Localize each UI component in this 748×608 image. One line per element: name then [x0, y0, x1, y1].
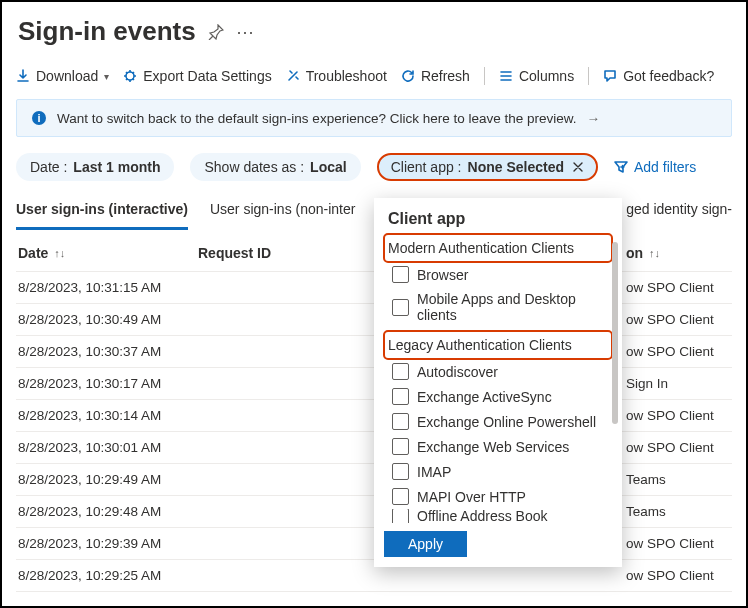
- add-filters-label: Add filters: [634, 159, 696, 175]
- tab-interactive[interactable]: User sign-ins (interactive): [16, 195, 188, 230]
- checkbox-icon[interactable]: [392, 266, 409, 283]
- export-button[interactable]: Export Data Settings: [123, 68, 271, 84]
- filter-option-label: Browser: [417, 267, 468, 283]
- more-icon[interactable]: ⋯: [236, 23, 254, 41]
- cell-date: 8/28/2023, 10:30:17 AM: [18, 376, 198, 391]
- sort-icon: ↑↓: [54, 247, 65, 259]
- troubleshoot-label: Troubleshoot: [306, 68, 387, 84]
- checkbox-icon[interactable]: [392, 363, 409, 380]
- chevron-down-icon: ▾: [104, 71, 109, 82]
- cell-action: Sign In: [620, 376, 730, 391]
- filter-option-label: Exchange Online Powershell: [417, 414, 596, 430]
- cell-date: 8/28/2023, 10:30:14 AM: [18, 408, 198, 423]
- filter-option[interactable]: Exchange Online Powershell: [392, 409, 610, 434]
- cell-action: ow SPO Client: [620, 440, 730, 455]
- cell-date: 8/28/2023, 10:31:15 AM: [18, 280, 198, 295]
- filter-option-label: MAPI Over HTTP: [417, 489, 526, 505]
- filter-option-label: Offline Address Book: [417, 509, 547, 523]
- filter-date-value: Last 1 month: [73, 159, 160, 175]
- filter-option[interactable]: IMAP: [392, 459, 610, 484]
- troubleshoot-button[interactable]: Troubleshoot: [286, 68, 387, 84]
- cell-date: 8/28/2023, 10:30:01 AM: [18, 440, 198, 455]
- filter-showdates[interactable]: Show dates as : Local: [190, 153, 360, 181]
- download-button[interactable]: Download ▾: [16, 68, 109, 84]
- filter-option-label: Exchange Web Services: [417, 439, 569, 455]
- filter-option-label: IMAP: [417, 464, 451, 480]
- checkbox-icon[interactable]: [392, 299, 409, 316]
- add-filters-button[interactable]: Add filters: [614, 159, 696, 175]
- apply-button[interactable]: Apply: [384, 531, 467, 557]
- cell-date: 8/28/2023, 10:30:49 AM: [18, 312, 198, 327]
- filter-option-label: Mobile Apps and Desktop clients: [417, 291, 610, 323]
- checkbox-icon[interactable]: [392, 413, 409, 430]
- info-icon: i: [31, 110, 47, 126]
- group-modern-header: Modern Authentication Clients: [386, 236, 610, 260]
- columns-button[interactable]: Columns: [499, 68, 574, 84]
- cell-action: ow SPO Client: [620, 344, 730, 359]
- feedback-label: Got feedback?: [623, 68, 714, 84]
- filter-option-label: Autodiscover: [417, 364, 498, 380]
- divider: [588, 67, 589, 85]
- cell-request: [198, 568, 620, 583]
- cell-action: Teams: [620, 472, 730, 487]
- tab-noninteractive[interactable]: User sign-ins (non-inter: [210, 195, 356, 230]
- col-action-label: on: [626, 245, 643, 261]
- filter-date-label: Date :: [30, 159, 67, 175]
- checkbox-icon[interactable]: [392, 509, 409, 523]
- command-bar: Download ▾ Export Data Settings Troubles…: [16, 65, 732, 99]
- cell-action: ow SPO Client: [620, 408, 730, 423]
- popup-title: Client app: [388, 210, 610, 228]
- feedback-button[interactable]: Got feedback?: [603, 68, 714, 84]
- scrollbar[interactable]: [612, 242, 618, 424]
- arrow-right-icon: →: [587, 111, 601, 126]
- filter-option[interactable]: Mobile Apps and Desktop clients: [392, 287, 610, 327]
- tab-managed-identity[interactable]: ged identity sign-: [626, 195, 732, 230]
- filter-option[interactable]: MAPI Over HTTP: [392, 484, 610, 509]
- col-action[interactable]: on ↑↓: [620, 245, 730, 261]
- cell-action: ow SPO Client: [620, 312, 730, 327]
- filter-row: Date : Last 1 month Show dates as : Loca…: [16, 153, 732, 181]
- cell-date: 8/28/2023, 10:29:25 AM: [18, 568, 198, 583]
- filter-showdates-value: Local: [310, 159, 347, 175]
- export-label: Export Data Settings: [143, 68, 271, 84]
- filter-option[interactable]: Offline Address Book: [392, 509, 610, 523]
- download-label: Download: [36, 68, 98, 84]
- filter-option[interactable]: Exchange Web Services: [392, 434, 610, 459]
- close-icon[interactable]: [572, 161, 584, 173]
- filter-showdates-label: Show dates as :: [204, 159, 304, 175]
- filter-clientapp-label: Client app :: [391, 159, 462, 175]
- cell-date: 8/28/2023, 10:29:39 AM: [18, 536, 198, 551]
- group-legacy-options: AutodiscoverExchange ActiveSyncExchange …: [386, 359, 610, 523]
- col-date[interactable]: Date ↑↓: [18, 245, 198, 261]
- cell-date: 8/28/2023, 10:29:48 AM: [18, 504, 198, 519]
- cell-date: 8/28/2023, 10:30:37 AM: [18, 344, 198, 359]
- filter-clientapp-value: None Selected: [468, 159, 564, 175]
- cell-action: Teams: [620, 504, 730, 519]
- group-legacy-header: Legacy Authentication Clients: [386, 333, 610, 357]
- filter-date[interactable]: Date : Last 1 month: [16, 153, 174, 181]
- checkbox-icon[interactable]: [392, 488, 409, 505]
- cell-action: ow SPO Client: [620, 280, 730, 295]
- group-modern-options: BrowserMobile Apps and Desktop clients: [386, 262, 610, 327]
- cell-action: ow SPO Client: [620, 536, 730, 551]
- clientapp-popup: Client app Modern Authentication Clients…: [374, 198, 622, 567]
- filter-option-label: Exchange ActiveSync: [417, 389, 552, 405]
- page-title: Sign-in events: [18, 16, 196, 47]
- col-date-label: Date: [18, 245, 48, 261]
- refresh-button[interactable]: Refresh: [401, 68, 470, 84]
- checkbox-icon[interactable]: [392, 388, 409, 405]
- refresh-label: Refresh: [421, 68, 470, 84]
- checkbox-icon[interactable]: [392, 438, 409, 455]
- filter-option[interactable]: Autodiscover: [392, 359, 610, 384]
- cell-date: 8/28/2023, 10:29:49 AM: [18, 472, 198, 487]
- cell-action: ow SPO Client: [620, 568, 730, 583]
- filter-option[interactable]: Browser: [392, 262, 610, 287]
- preview-banner[interactable]: i Want to switch back to the default sig…: [16, 99, 732, 137]
- checkbox-icon[interactable]: [392, 463, 409, 480]
- filter-clientapp[interactable]: Client app : None Selected: [377, 153, 598, 181]
- banner-text: Want to switch back to the default sign-…: [57, 111, 577, 126]
- filter-option[interactable]: Exchange ActiveSync: [392, 384, 610, 409]
- pin-icon[interactable]: [208, 24, 224, 40]
- sort-icon: ↑↓: [649, 247, 660, 259]
- filter-icon: [614, 160, 628, 174]
